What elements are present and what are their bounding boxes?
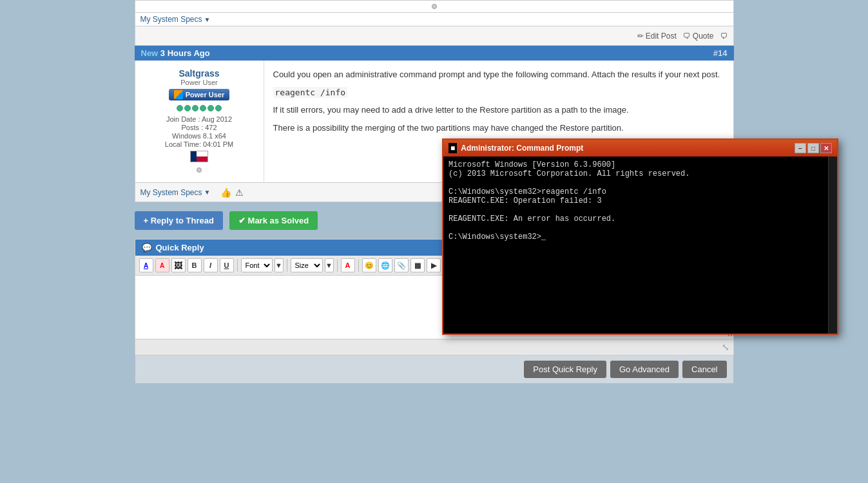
post-code-line: reagentc /info — [273, 86, 724, 99]
cmd-titlebar: ■ Administrator: Command Prompt − □ ✕ — [443, 140, 837, 156]
flag-container — [190, 151, 208, 162]
power-user-badge: Power User — [169, 89, 230, 100]
cmd-title-text: Administrator: Command Prompt — [461, 144, 583, 153]
rep-dot — [177, 105, 183, 111]
more-options-button[interactable]: 🗩 — [720, 32, 728, 41]
post-time: 3 Hours Ago — [160, 48, 210, 58]
resize-handle-icon: ⤡ — [722, 342, 729, 352]
font-color-button[interactable]: A — [341, 258, 355, 272]
rep-dot — [207, 105, 214, 111]
pencil-icon: ✏ — [637, 32, 644, 41]
author-meta: Join Date : Aug 2012 Posts : 472 Windows… — [140, 115, 258, 148]
table-button[interactable]: ▦ — [410, 258, 425, 272]
rep-dot — [200, 105, 206, 111]
posts-count: Posts : 472 — [140, 124, 258, 131]
quick-reply-bottom: ⤡ — [135, 339, 733, 355]
report-icon[interactable]: ⚠ — [235, 187, 244, 198]
cmd-restore-button[interactable]: □ — [807, 143, 819, 153]
reputation-dots — [140, 105, 258, 111]
scroll-indicator — [432, 4, 437, 9]
edit-post-button[interactable]: ✏ Edit Post — [637, 32, 677, 41]
cancel-button[interactable]: Cancel — [682, 361, 726, 378]
post-action-bar-top: ✏ Edit Post 🗨 Quote 🗩 — [135, 26, 734, 46]
attach-button[interactable]: 📎 — [394, 258, 409, 272]
new-badge: New — [141, 48, 159, 58]
cmd-title-icon: ■ — [448, 143, 457, 153]
toolbar-divider-3 — [337, 259, 338, 272]
smiley-button[interactable]: 😊 — [362, 258, 376, 272]
video-button[interactable]: ▶ — [427, 258, 441, 272]
cmd-content: Microsoft Windows [Version 6.3.9600] (c)… — [443, 156, 837, 334]
my-system-specs-footer[interactable]: My System Specs ▼ — [140, 188, 211, 197]
post-author-column: Saltgrass Power User Power User Join Dat… — [135, 61, 264, 182]
rep-dot — [184, 105, 191, 111]
cmd-titlebar-left: ■ Administrator: Command Prompt — [448, 143, 583, 153]
post-header-14: New 3 Hours Ago #14 — [135, 46, 734, 61]
toolbar-divider-4 — [358, 259, 359, 272]
quote-button[interactable]: 🗨 Quote — [683, 32, 714, 41]
link-button[interactable]: 🌐 — [378, 258, 392, 272]
rep-dot — [192, 105, 198, 111]
toolbar-divider-1 — [237, 259, 238, 272]
size-select[interactable]: Size — [291, 258, 323, 272]
os-info: Windows 8.1 x64 — [140, 132, 258, 140]
text-bg-button[interactable]: A — [155, 258, 169, 272]
local-time: Local Time: 04:01 PM — [140, 140, 258, 148]
windows-logo-icon — [174, 90, 183, 99]
cmd-window: ■ Administrator: Command Prompt − □ ✕ Mi… — [442, 138, 838, 335]
post-number: #14 — [713, 48, 728, 58]
thumbs-up-icon[interactable]: 👍 — [220, 187, 231, 198]
rep-dot — [215, 105, 222, 111]
my-system-specs-top[interactable]: My System Specs ▼ — [135, 13, 734, 26]
image-button[interactable]: 🖼 — [171, 258, 186, 272]
cmd-minimize-button[interactable]: − — [795, 143, 806, 153]
post-quick-reply-button[interactable]: Post Quick Reply — [524, 361, 606, 378]
quick-reply-title: Quick Reply — [156, 243, 204, 252]
cmd-scrollbar[interactable] — [828, 156, 837, 334]
join-date: Join Date : Aug 2012 — [140, 115, 258, 123]
go-advanced-button[interactable]: Go Advanced — [610, 361, 679, 378]
size-dropdown-button[interactable]: ▼ — [325, 258, 334, 272]
toolbar-divider-2 — [287, 259, 287, 272]
reply-to-thread-button[interactable]: + Reply to Thread — [135, 211, 223, 230]
footer-icons: 👍 ⚠ — [220, 187, 244, 198]
cmd-titlebar-controls: − □ ✕ — [795, 143, 832, 153]
my-system-specs-label: My System Specs — [140, 15, 202, 24]
online-indicator — [197, 167, 202, 173]
post-paragraph-1: Could you open an administrative command… — [273, 68, 724, 81]
submit-bar: Post Quick Reply Go Advanced Cancel — [135, 355, 734, 384]
quote-icon: 🗨 — [683, 32, 691, 41]
text-color-button[interactable]: A — [139, 258, 153, 272]
my-system-specs-footer-label: My System Specs — [140, 188, 202, 197]
font-dropdown-button[interactable]: ▼ — [275, 258, 284, 272]
italic-button[interactable]: I — [204, 258, 218, 272]
post-paragraph-3: There is a possibility the merging of th… — [273, 122, 724, 135]
bold-button[interactable]: B — [188, 258, 202, 272]
post-paragraph-2: If it still errors, you may need to add … — [273, 104, 724, 117]
dropdown-arrow-icon: ▼ — [204, 16, 211, 23]
cmd-close-button[interactable]: ✕ — [820, 143, 832, 153]
author-name[interactable]: Saltgrass — [140, 68, 258, 79]
quick-reply-icon: 💬 — [142, 243, 152, 252]
font-select[interactable]: Font — [241, 258, 273, 272]
author-role: Power User — [140, 79, 258, 86]
underline-button[interactable]: U — [220, 258, 234, 272]
dropdown-arrow-footer-icon: ▼ — [204, 189, 211, 196]
more-icon: 🗩 — [720, 32, 728, 41]
mark-as-solved-button[interactable]: ✔ Mark as Solved — [229, 211, 318, 230]
